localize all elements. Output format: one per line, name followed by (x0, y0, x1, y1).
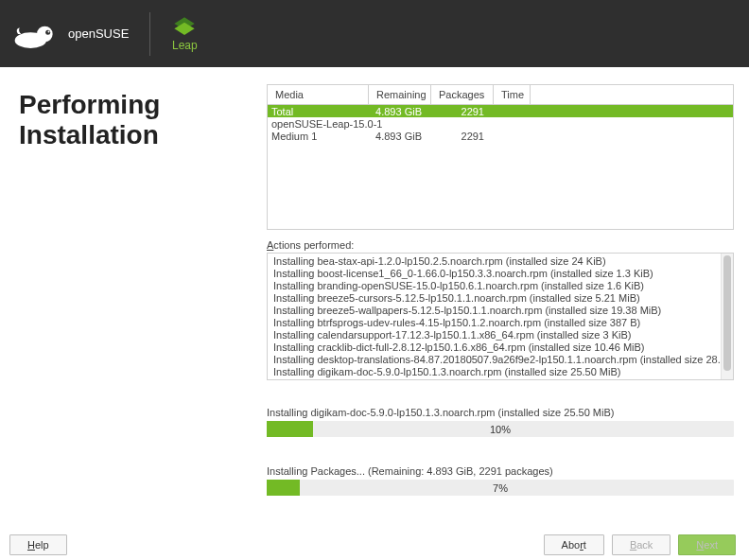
divider (149, 12, 150, 56)
log-line: Installing desktop-translations-84.87.20… (273, 354, 727, 366)
media-table: Media Remaining Packages Time Total4.893… (267, 84, 734, 230)
log-line: Installing cracklib-dict-full-2.8.12-lp1… (273, 341, 727, 354)
col-media[interactable]: Media (268, 85, 369, 104)
next-button: Next (678, 534, 736, 555)
table-row[interactable]: openSUSE-Leap-15.0-1 (268, 117, 733, 130)
scrollbar[interactable] (721, 254, 733, 379)
progress-percent: 7% (267, 480, 734, 496)
col-packages[interactable]: Packages (431, 85, 494, 104)
log-line: Installing branding-openSUSE-15.0-lp150.… (273, 280, 727, 292)
log-line: Installing btrfsprogs-udev-rules-4.15-lp… (273, 317, 727, 329)
col-time[interactable]: Time (494, 85, 531, 104)
log-line: Installing boost-license1_66_0-1.66.0-lp… (273, 268, 727, 280)
leap-logo: Leap (171, 16, 198, 52)
log-line: Installing bea-stax-api-1.2.0-lp150.2.5.… (273, 255, 727, 268)
overall-label: Installing Packages... (Remaining: 4.893… (267, 465, 734, 477)
log-line: Installing breeze5-cursors-5.12.5-lp150.… (273, 292, 727, 305)
media-table-header: Media Remaining Packages Time (268, 85, 733, 105)
page-title: Performing Installation (19, 90, 267, 150)
opensuse-label: openSUSE (68, 26, 129, 41)
scrollbar-thumb[interactable] (723, 255, 731, 371)
log-line: Installing digikam-doc-5.9.0-lp150.1.3.n… (273, 366, 727, 378)
current-package-progress: 10% (267, 421, 734, 437)
abort-button[interactable]: Abort (544, 534, 604, 555)
log-line: Installing calendarsupport-17.12.3-lp150… (273, 329, 727, 341)
table-row[interactable]: Total4.893 GiB2291 (268, 105, 733, 117)
top-bar: openSUSE Leap (0, 0, 749, 67)
col-remaining[interactable]: Remaining (369, 85, 431, 104)
svg-point-3 (48, 30, 50, 32)
help-button[interactable]: Help (9, 534, 67, 555)
footer-bar: Help Abort Back Next (0, 530, 749, 560)
progress-percent: 10% (267, 421, 734, 437)
sidebar: Performing Installation (0, 67, 267, 530)
col-blank (531, 85, 733, 104)
actions-log[interactable]: Installing bea-stax-api-1.2.0-lp150.2.5.… (267, 253, 734, 380)
overall-progress: 7% (267, 480, 734, 496)
media-table-body: Total4.893 GiB2291openSUSE-Leap-15.0-1Me… (268, 105, 733, 229)
actions-performed-label: Actions performed: (267, 239, 734, 251)
leap-icon (171, 16, 198, 35)
log-line: Installing breeze5-wallpapers-5.12.5-lp1… (273, 305, 727, 317)
svg-point-1 (37, 26, 53, 42)
main-panel: Media Remaining Packages Time Total4.893… (267, 67, 749, 530)
geeko-icon (13, 17, 61, 51)
current-package-label: Installing digikam-doc-5.9.0-lp150.1.3.n… (267, 407, 734, 418)
svg-point-2 (45, 29, 50, 34)
back-button: Back (612, 534, 671, 555)
table-row[interactable]: Medium 14.893 GiB2291 (268, 130, 733, 142)
opensuse-logo: openSUSE (13, 17, 129, 51)
leap-label: Leap (172, 39, 198, 52)
